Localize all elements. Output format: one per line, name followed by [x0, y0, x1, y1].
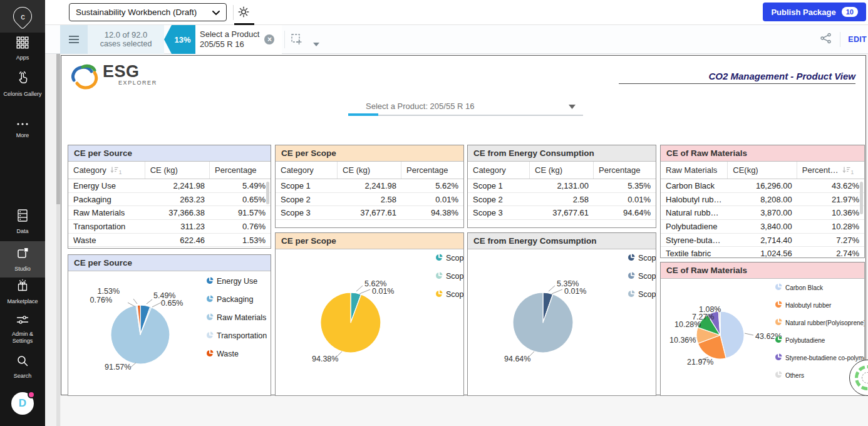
legend-item[interactable]: Natural rubber(Polyisoprene)	[775, 317, 865, 328]
pie-legend: Scope 1Scope 2Scope 3	[435, 252, 464, 300]
studio-icon	[16, 246, 29, 262]
legend-item[interactable]: Scope 2	[435, 271, 464, 282]
panel-ce-per-scope-pie: CE per Scope 5.62% 0.01% 94.38% Scope 1S…	[275, 232, 464, 396]
sidebar-item-data[interactable]: Data	[0, 209, 45, 235]
pie-slice[interactable]	[513, 293, 573, 353]
search-icon	[16, 355, 29, 370]
table-row[interactable]: Scope 337,677.6194.64%	[468, 206, 656, 220]
legend-item[interactable]: Scope 1	[435, 252, 464, 264]
legend-item[interactable]: Scope 3	[628, 289, 656, 300]
column-header[interactable]: CE (kg)	[530, 162, 594, 179]
pie-slice[interactable]	[321, 293, 381, 353]
legend-item[interactable]: Raw Materials	[206, 312, 267, 323]
table-cell: 2.58	[530, 195, 594, 204]
column-header[interactable]: CE(kg)	[728, 162, 797, 179]
table-row[interactable]: Scope 12,241.985.62%	[276, 179, 463, 193]
table-row[interactable]: Carbon Black16,296.0043.62%	[661, 179, 864, 193]
table-row[interactable]: Energy Use2,241.985.49%	[68, 179, 271, 193]
publish-count-badge: 10	[842, 7, 858, 17]
pie-legend: Carbon BlackHalobutyl rubberNatural rubb…	[775, 282, 865, 381]
selection-percent-badge: 13%	[164, 25, 195, 54]
legend-item[interactable]: Scope 2	[628, 271, 656, 282]
scrollbar-thumb[interactable]	[56, 54, 60, 204]
header-divider	[233, 5, 234, 20]
sidebar-item-celonis-gallery[interactable]: Celonis Gallery	[0, 70, 45, 98]
column-header[interactable]: Raw Materials	[661, 162, 728, 179]
legend-item[interactable]: Energy Use	[206, 276, 267, 287]
table-cell: Raw Materials	[68, 208, 145, 217]
sidebar-item-studio[interactable]: Studio	[0, 241, 45, 278]
legend-item[interactable]: Polybutadiene	[775, 335, 865, 346]
pie-glyph-icon	[435, 271, 443, 282]
publish-package-button[interactable]: Publish Package 10	[763, 3, 866, 21]
settings-gear-icon[interactable]	[238, 6, 249, 20]
legend-item[interactable]: Transportation	[206, 330, 267, 341]
table-cell: Scope 3	[468, 208, 530, 217]
table-row[interactable]: Scope 337,677.6194.38%	[276, 206, 463, 220]
workbench-selector[interactable]: Sustainability Workbench (Draft)	[69, 3, 227, 21]
table-row[interactable]: Scope 22.580.01%	[276, 193, 463, 207]
column-header[interactable]: Percentage	[401, 162, 463, 179]
pie-label: 10.28%	[674, 320, 701, 329]
legend-item[interactable]: Packaging	[206, 294, 267, 305]
legend-item[interactable]: Waste	[206, 348, 267, 360]
table-scrollbar-thumb[interactable]	[860, 182, 863, 214]
hamburger-icon	[69, 36, 79, 43]
table-cell: 16,296.00	[728, 181, 797, 190]
sidebar-item-apps[interactable]: Apps	[0, 36, 45, 61]
table-row[interactable]: Styrene-buta…2,714.407.27%	[661, 234, 864, 247]
table-row[interactable]: Scope 22.580.01%	[468, 193, 656, 207]
legend-item[interactable]: Carbon Black	[775, 282, 865, 293]
table-row[interactable]: Scope 12,131.005.35%	[468, 179, 656, 193]
add-selection-icon[interactable]	[291, 33, 303, 48]
table-row[interactable]: Textile fabric1,024.562.74%	[661, 247, 864, 258]
table-row[interactable]: Polybutadiene3,840.0010.28%	[661, 220, 864, 234]
column-header[interactable]: Category	[276, 162, 338, 179]
column-header[interactable]: Percentage	[594, 162, 656, 179]
product-select-dropdown[interactable]: Select a Product: 205/55 R 16	[348, 97, 583, 116]
selection-dropdown-icon[interactable]	[313, 38, 319, 49]
table-cell: 7.27%	[797, 236, 864, 245]
column-header[interactable]: Percentage	[210, 162, 271, 179]
user-avatar[interactable]: D	[0, 392, 45, 415]
sidebar-item-more[interactable]: More	[0, 118, 45, 139]
edit-button[interactable]: EDIT	[848, 35, 867, 44]
share-icon[interactable]	[820, 33, 832, 46]
sidebar-item-admin-settings[interactable]: Admin & Settings	[0, 314, 45, 345]
table-cell: Transportation	[68, 222, 145, 231]
column-header[interactable]: Percent…1	[797, 162, 864, 179]
table-scrollbar-thumb[interactable]	[266, 182, 269, 204]
clear-filter-icon[interactable]: ×	[264, 34, 274, 44]
column-header[interactable]: Category1	[68, 162, 145, 179]
table-row[interactable]: Transportation311.230.76%	[68, 220, 271, 234]
table-cell: 1,024.56	[728, 249, 797, 258]
table-row[interactable]: Halobutyl rub…8,208.0021.97%	[661, 193, 864, 207]
table-cell: 5.35%	[594, 181, 656, 190]
sidebar-item-search[interactable]: Search	[0, 355, 45, 380]
legend-item[interactable]: Scope 1	[628, 252, 656, 264]
table-row[interactable]: Raw Materials37,366.3891.57%	[68, 206, 271, 220]
table-row[interactable]: Natural rubbe…3,870.0010.36%	[661, 206, 864, 220]
legend-item[interactable]: Halobutyl rubber	[775, 299, 865, 311]
legend-item[interactable]: Scope 3	[435, 289, 464, 300]
panel-ce-raw-materials-table: CE of Raw Materials Raw MaterialsCE(kg)P…	[660, 145, 865, 258]
sidebar-item-marketplace[interactable]: Marketplace	[0, 279, 45, 305]
table-cell: 1.53%	[210, 236, 271, 245]
database-icon	[16, 209, 29, 225]
panel-title: CE of Raw Materials	[661, 262, 864, 279]
table-header-row: Raw MaterialsCE(kg)Percent…1	[661, 162, 864, 179]
panel-ce-raw-materials-pie: CE of Raw Materials 43.62% 21.97% 10.36%…	[660, 262, 865, 396]
product-filter-chip[interactable]: Select a Product 205/55 R 16 ×	[195, 25, 282, 54]
table-cell: Energy Use	[68, 181, 145, 190]
column-header[interactable]: CE (kg)	[145, 162, 210, 179]
legend-item[interactable]: Styrene-butadiene co-polymer	[775, 352, 865, 363]
table-header-row: CategoryCE (kg)Percentage	[468, 162, 656, 179]
menu-button[interactable]	[60, 25, 88, 54]
table-row[interactable]: Waste622.461.53%	[68, 234, 271, 247]
table-row[interactable]: Packaging263.230.65%	[68, 193, 271, 207]
column-header[interactable]: Category	[468, 162, 530, 179]
celonis-logo[interactable]: c	[0, 0, 45, 33]
pie-glyph-icon	[206, 276, 214, 287]
pie-glyph-icon	[435, 252, 443, 264]
column-header[interactable]: CE (kg)	[338, 162, 401, 179]
